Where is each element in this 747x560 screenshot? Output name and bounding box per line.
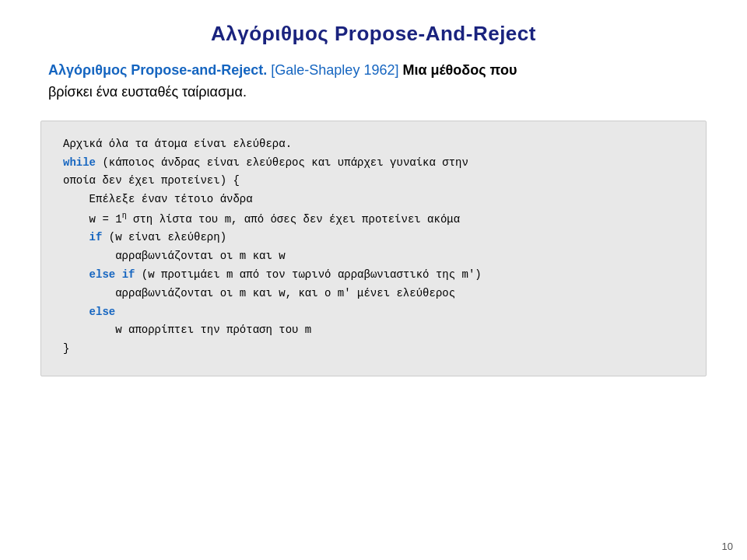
code-line-7: αρραβωνιάζονται οι m και w [63,247,689,266]
intro-part3: βρίσκει ένα ευσταθές ταίριασμα. [48,84,247,100]
code-line-6: if (w είναι ελεύθερη) [63,229,689,247]
code-line-2: while (κάποιος άνδρας είναι ελεύθερος κα… [63,154,689,173]
code-line-11: w απορρίπτει την πρόταση του m [63,321,689,340]
code-box: Αρχικά όλα τα άτομα είναι ελεύθερα. whil… [40,121,707,376]
code-line-12: } [63,340,689,359]
page-number: 10 [722,541,733,552]
keyword-while: while [63,156,96,169]
code-line-4: Επέλεξε έναν τέτοιο άνδρα [63,191,689,209]
intro-highlight: Αλγόριθμος Propose-and-Reject. [48,62,267,78]
code-line-9: αρραβωνιάζονται οι m και w, και ο m' μέν… [63,285,689,303]
code-line-1: Αρχικά όλα τα άτομα είναι ελεύθερα. [63,135,689,154]
code-line-5: w = 1η στη λίστα του m, από όσες δεν έχε… [63,209,689,229]
code-line-10: else [63,303,689,322]
keyword-else2: else [89,306,116,318]
page-title: Αλγόριθμος Propose-And-Reject [0,0,747,60]
intro-text: Αλγόριθμος Propose-and-Reject. [Gale-Sha… [0,60,747,103]
intro-bracket2: [Gale-Shapley 1962] [271,62,398,78]
code-line-3: οποία δεν έχει προτείνει) { [63,172,689,191]
keyword-if2: if [122,268,135,281]
code-line-8: else if (w προτιμάει m από τον τωρινό αρ… [63,266,689,285]
keyword-if1: if [89,231,103,243]
intro-bold: Μια μέθοδος που [398,62,517,78]
keyword-else1: else [89,268,116,281]
